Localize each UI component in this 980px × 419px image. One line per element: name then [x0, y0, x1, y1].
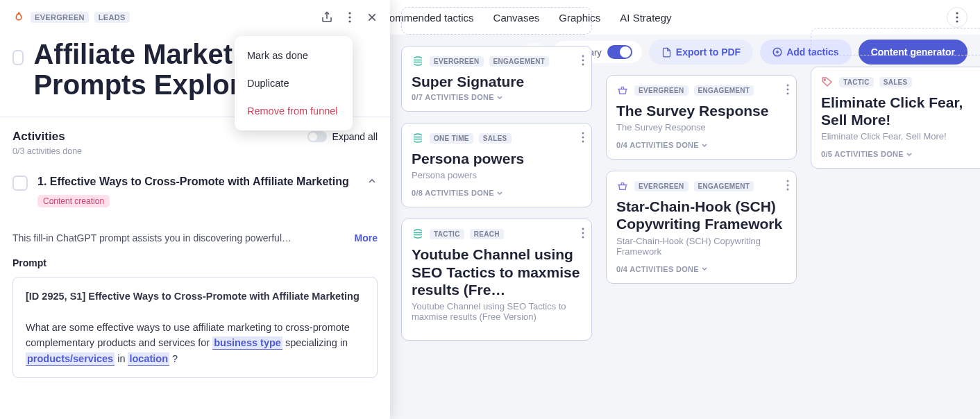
card-status[interactable]: 0/4 ACTIVITIES DONE: [616, 141, 786, 149]
tab-item[interactable]: AI Strategy: [620, 12, 671, 24]
tactic-card[interactable]: ONE TIME SALES Persona powers Persona po…: [401, 123, 592, 207]
activity-checkbox[interactable]: [12, 176, 28, 191]
activities-subtitle: 0/3 activities done: [0, 146, 390, 166]
card-menu-button[interactable]: [786, 180, 789, 191]
expand-all-switch[interactable]: [307, 131, 327, 142]
tag: ENGAGEMENT: [694, 181, 754, 191]
card-status[interactable]: 0/8 ACTIVITIES DONE: [412, 189, 582, 197]
svg-point-28: [348, 16, 350, 18]
expand-all-label: Expand all: [332, 131, 378, 142]
summary-switch[interactable]: [607, 45, 632, 59]
tag: ENGAGEMENT: [489, 56, 550, 67]
variable-location[interactable]: location: [128, 352, 169, 366]
export-pdf-button[interactable]: Export to PDF: [649, 40, 753, 65]
fire-icon: [12, 11, 25, 24]
svg-point-22: [824, 79, 825, 80]
svg-point-18: [787, 93, 789, 95]
card-title: Eliminate Click Fear, Sell More!: [821, 94, 980, 128]
tactic-card[interactable]: EVERGREEN ENGAGEMENT Super Signature 0/7…: [401, 46, 592, 112]
share-icon[interactable]: [321, 11, 333, 24]
tag: TACTIC: [430, 229, 464, 239]
svg-point-20: [787, 185, 789, 187]
task-checkbox[interactable]: [12, 50, 24, 65]
svg-point-19: [787, 180, 789, 182]
context-menu: Mark as done Duplicate Remove from funne…: [235, 36, 353, 130]
svg-point-7: [582, 55, 584, 58]
tag: TACTIC: [839, 77, 874, 87]
variable-business-type[interactable]: business type: [212, 336, 282, 350]
svg-point-17: [787, 89, 789, 91]
plus-icon: [772, 47, 782, 57]
card-placeholder: [401, 7, 592, 35]
card-menu-button[interactable]: [786, 84, 789, 95]
tactic-card[interactable]: TACTIC REACH Youtube Channel using SEO T…: [401, 219, 592, 341]
svg-point-9: [582, 64, 584, 66]
svg-point-16: [787, 85, 789, 87]
svg-point-13: [582, 228, 584, 230]
prompt-label: Prompt: [12, 257, 378, 268]
tag: EVERGREEN: [634, 85, 688, 96]
card-subtitle: Star-Chain-Hook (SCH) Copywriting Framew…: [616, 236, 786, 257]
svg-point-15: [582, 237, 584, 239]
svg-point-27: [348, 12, 350, 14]
tag: SALES: [479, 133, 512, 144]
card-status[interactable]: 0/5 ACTIVITIES DONE: [821, 150, 980, 158]
menu-duplicate[interactable]: Duplicate: [235, 69, 353, 97]
burger-icon: [412, 228, 424, 240]
drawer-menu-button[interactable]: [348, 12, 351, 23]
card-menu-button[interactable]: [582, 55, 584, 66]
prompt-text: ?: [169, 353, 178, 364]
card-menu-button[interactable]: [582, 132, 584, 143]
prompt-text: in: [115, 353, 128, 364]
card-title: Persona powers: [412, 150, 582, 167]
prompt-title: [ID 2925, S1] Effective Ways to Cross-Pr…: [26, 291, 360, 302]
burger-icon: [412, 132, 424, 144]
svg-point-21: [787, 189, 789, 191]
burger-icon: [412, 55, 424, 67]
close-icon[interactable]: [366, 12, 378, 23]
tag: SALES: [879, 77, 912, 87]
svg-point-12: [582, 141, 584, 143]
more-link[interactable]: More: [355, 232, 378, 243]
menu-mark-done[interactable]: Mark as done: [235, 42, 353, 69]
card-subtitle: Persona powers: [412, 170, 582, 180]
svg-point-1: [956, 16, 958, 18]
activity-title: 1. Effective Ways to Cross-Promote with …: [37, 176, 357, 188]
svg-point-2: [956, 20, 958, 22]
prompt-text: specializing in: [282, 337, 348, 348]
board-column: EVERGREEN ENGAGEMENT Super Signature 0/7…: [401, 69, 592, 419]
tactic-card[interactable]: TACTIC SALES Eliminate Click Fear, Sell …: [811, 67, 980, 169]
activity-description: This fill-in ChatGPT prompt assists you …: [12, 232, 346, 243]
menu-remove[interactable]: Remove from funnel: [235, 97, 353, 125]
activities-heading: Activities: [12, 130, 65, 144]
board-column: EVERGREEN ENGAGEMENT The Survey Response…: [606, 69, 797, 419]
card-status[interactable]: 0/7 ACTIVITIES DONE: [412, 93, 582, 101]
tag: EVERGREEN: [430, 56, 484, 67]
board-column: TACTIC SALES Eliminate Click Fear, Sell …: [811, 69, 980, 419]
tag: ONE TIME: [430, 133, 473, 144]
chevron-up-icon[interactable]: [366, 176, 378, 187]
card-subtitle: Youtube Channel using SEO Tactics to max…: [412, 301, 582, 322]
variable-products-services[interactable]: products/services: [26, 352, 115, 366]
card-title: The Survey Response: [616, 102, 786, 119]
drawer-tag: EVERGREEN: [31, 12, 89, 23]
tactic-card[interactable]: EVERGREEN ENGAGEMENT The Survey Response…: [606, 75, 797, 160]
page-menu-button[interactable]: [947, 7, 968, 28]
card-placeholder: [811, 28, 980, 55]
basket-icon: [616, 84, 629, 96]
card-menu-button[interactable]: [582, 228, 584, 239]
card-subtitle: The Survey Response: [616, 122, 786, 132]
svg-point-0: [956, 12, 958, 14]
tactic-card[interactable]: EVERGREEN ENGAGEMENT Star-Chain-Hook (SC…: [606, 171, 797, 283]
svg-point-10: [582, 132, 584, 135]
svg-point-29: [348, 20, 350, 22]
svg-point-14: [582, 232, 584, 234]
kanban-board: EVERGREEN ENGAGEMENT Super Signature 0/7…: [389, 69, 980, 419]
card-title: Star-Chain-Hook (SCH) Copywriting Framew…: [616, 198, 786, 232]
tag: ENGAGEMENT: [694, 85, 754, 96]
tag: EVERGREEN: [634, 181, 688, 191]
card-status[interactable]: 0/4 ACTIVITIES DONE: [616, 265, 786, 273]
card-title: Super Signature: [412, 73, 582, 90]
file-icon: [661, 47, 672, 58]
prompt-box[interactable]: [ID 2925, S1] Effective Ways to Cross-Pr…: [12, 277, 378, 378]
